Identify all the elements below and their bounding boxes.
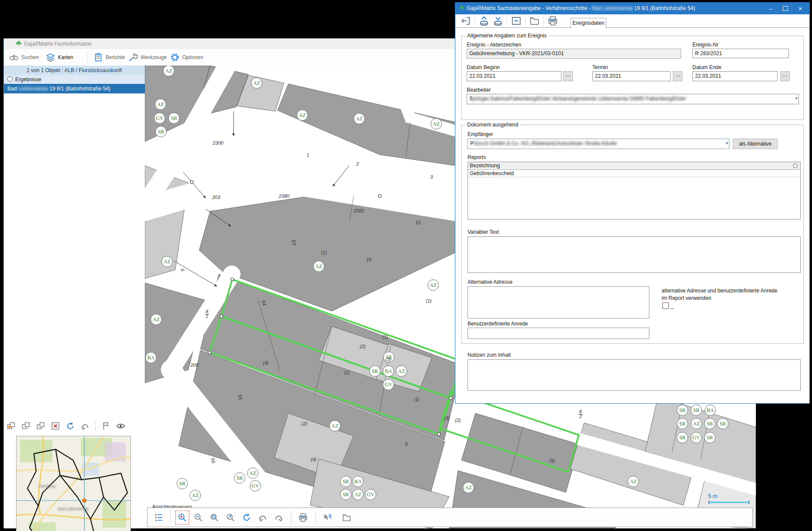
parcel-label: (4) xyxy=(263,360,268,365)
map-scalebar: 5 m xyxy=(708,493,750,504)
chevron-down-icon[interactable]: ▾ xyxy=(725,140,728,146)
legend-icon[interactable] xyxy=(153,511,165,524)
reports-row[interactable]: Gebührenbescheid xyxy=(468,170,800,177)
toolbar-label: Karten xyxy=(58,54,73,60)
results-label: Ergebnisse xyxy=(15,76,41,83)
separator xyxy=(315,511,316,524)
bearbeiter-combobox[interactable]: Springer,Sabrina/Falkenberg/Elster,Verba… xyxy=(467,94,799,104)
parcel-label: (5) xyxy=(549,458,555,463)
flag-icon[interactable] xyxy=(101,421,110,431)
overview-map-graphic: Herzberg Bad Liebenwerda Falkenberg xyxy=(17,436,130,531)
separator xyxy=(507,16,507,26)
als-alternative-button[interactable]: als Alternative xyxy=(733,139,778,149)
parcel-label: (1) xyxy=(321,250,327,255)
open-document-icon[interactable] xyxy=(528,15,541,27)
aktenzeichen-label: Ereignis - Aktenzeichen xyxy=(467,42,521,48)
parcel-label: (3) xyxy=(444,415,450,421)
datum-ende-field[interactable]: 22.03.2021 xyxy=(692,71,778,81)
print-icon[interactable] xyxy=(547,15,559,27)
copy-selection-icon[interactable] xyxy=(21,421,30,431)
parcel-label: 81 xyxy=(205,310,209,319)
datum-beginn-field[interactable]: 22.03.2021 xyxy=(467,71,561,81)
minimap-toolbar xyxy=(7,419,143,432)
remove-record-icon[interactable] xyxy=(510,15,522,27)
view-toolbar xyxy=(147,508,753,527)
separator xyxy=(475,16,475,26)
chevron-down-icon[interactable]: ▾ xyxy=(795,96,798,101)
scale-ruler-icon xyxy=(708,500,750,504)
ereignis-nr-field[interactable]: R 283/2021 xyxy=(692,49,789,58)
toolbar-item-karten[interactable]: Karten xyxy=(46,52,73,63)
zoom-out-icon[interactable] xyxy=(192,511,204,524)
maximize-button[interactable] xyxy=(778,3,793,14)
empfaenger-combobox[interactable]: Pötzsch GmbH & Co. KG,,Röderland,Kotschk… xyxy=(468,139,729,149)
open-folder-icon[interactable] xyxy=(341,511,353,524)
zoom-crosshair-icon[interactable] xyxy=(176,511,188,524)
notizen-textarea[interactable] xyxy=(468,359,801,391)
datum-beginn-label: Datum Beginn xyxy=(467,64,500,70)
datum-ende-picker-button[interactable]: … xyxy=(780,71,790,81)
parcel-label: (2) xyxy=(301,421,307,426)
parcel-label: 54 xyxy=(261,300,267,306)
select-info-icon[interactable] xyxy=(321,511,334,524)
parcel-label: 1 xyxy=(307,153,309,158)
db-save-icon[interactable] xyxy=(478,15,490,27)
reports-header-row[interactable]: Bezeichnung xyxy=(468,162,800,170)
close-button[interactable]: × xyxy=(793,3,808,14)
scale-label: 5 m xyxy=(708,493,718,499)
toolbar-label: Suchen xyxy=(21,54,39,60)
toolbar-item-berichte[interactable]: Berichte xyxy=(94,52,125,63)
reports-table[interactable]: Bezeichnung Gebührenbescheid xyxy=(468,162,801,219)
toolbar-item-werkzeuge[interactable]: Werkzeuge xyxy=(128,52,167,63)
sachdaten-dialog: Gaja®Matrix Sachdateneingabe - Verfahren… xyxy=(455,2,810,404)
parcel-label: 2300 xyxy=(213,140,223,146)
minimize-button[interactable]: – xyxy=(763,3,778,14)
parcel-label: 6 xyxy=(180,268,185,272)
sidebar: 1 von 1 Objekt : ALB / Flurstücksauskunf… xyxy=(4,66,145,528)
print-map-icon[interactable] xyxy=(297,511,309,524)
separator xyxy=(543,16,544,26)
sidebar-results-row[interactable]: Ergebnisse xyxy=(4,75,145,84)
refresh-view-icon[interactable] xyxy=(241,511,253,524)
termin-field[interactable]: 22.03.2021 xyxy=(592,71,671,81)
radio-icon[interactable] xyxy=(7,76,13,82)
datum-ende-label: Datum Ende xyxy=(692,64,722,70)
undo-view-icon[interactable] xyxy=(257,511,269,524)
visibility-icon[interactable] xyxy=(116,421,125,431)
exit-dialog-icon[interactable] xyxy=(460,15,472,27)
separator xyxy=(95,421,96,431)
alternative-adresse-textarea[interactable] xyxy=(468,286,649,319)
zoom-pan-icon[interactable] xyxy=(224,511,237,524)
tab-ereignisdaten[interactable]: Ereignisdaten xyxy=(571,18,606,29)
overview-blurred-label: Herzberg xyxy=(39,484,55,488)
toolbar-item-optionen[interactable]: Optionen xyxy=(170,52,204,63)
variabler-text-textarea[interactable] xyxy=(468,236,801,273)
group-title: Allgemeine Angaben zum Ereignis xyxy=(465,33,548,39)
dialog-title: Gaja®Matrix Sachdateneingabe - Verfahren… xyxy=(467,5,695,11)
db-load-icon[interactable] xyxy=(492,15,504,27)
variabler-text-label: Variabler Text xyxy=(468,229,499,235)
datum-beginn-picker-button[interactable]: … xyxy=(563,71,573,81)
dialog-title-redacted: Bad Liebenwerda xyxy=(592,5,632,11)
clear-selection-icon[interactable] xyxy=(51,421,60,431)
redo-view-icon[interactable] xyxy=(273,511,285,524)
parcel-label: 2 xyxy=(356,161,359,166)
refresh-icon[interactable] xyxy=(66,421,75,431)
termin-picker-button[interactable]: … xyxy=(673,71,682,81)
empfaenger-prefix: P xyxy=(470,140,474,146)
sidebar-selected-item[interactable]: Bad Liebenwerda 19 8/1 (Bahnhofstraße 54… xyxy=(4,84,145,93)
overview-map[interactable]: Herzberg Bad Liebenwerda Falkenberg xyxy=(16,436,131,531)
select-object-icon[interactable] xyxy=(7,421,16,431)
dialog-title-suffix: 19 8/1 (Bahnhofstraße 54) xyxy=(633,5,695,11)
undo-icon[interactable] xyxy=(80,421,90,431)
toolbar-item-suchen[interactable]: Suchen xyxy=(9,52,39,63)
wrench-icon xyxy=(128,53,138,62)
alternative-adresse-checkbox[interactable] xyxy=(662,302,669,309)
duplicate-selection-icon[interactable] xyxy=(36,421,45,431)
parcel-label: 51 xyxy=(416,220,421,225)
anrede-input[interactable] xyxy=(468,328,649,339)
app-logo-icon xyxy=(15,40,22,47)
aktenzeichen-field[interactable]: Gebührenerhebung - VKR-2021/03-0101 xyxy=(467,49,681,59)
zoom-rectangle-icon[interactable] xyxy=(208,511,221,524)
parcel-label: (4) xyxy=(311,457,316,462)
